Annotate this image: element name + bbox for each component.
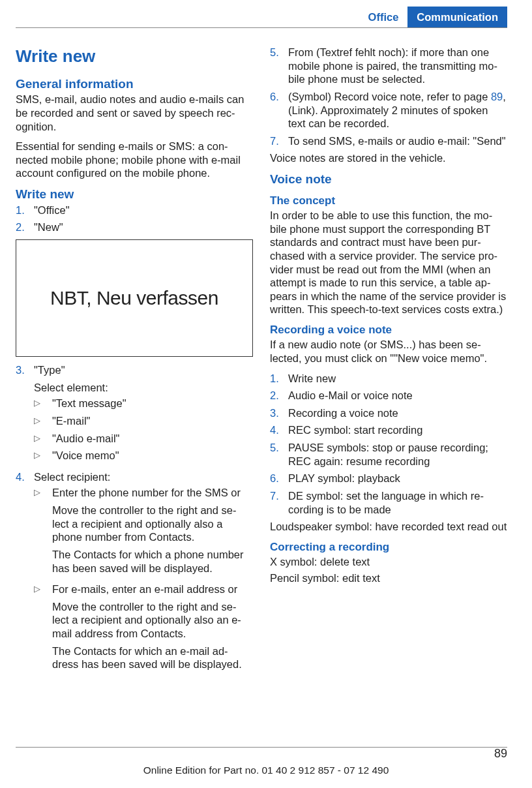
list-number: 1.: [270, 372, 288, 386]
bullet-icon: ▷: [34, 414, 52, 428]
section-write-new: Write new: [16, 187, 253, 202]
text-part: (Symbol) Record voice note, refer to pag…: [288, 91, 491, 102]
page-number: 89: [494, 746, 507, 761]
bullet-icon: ▷: [34, 449, 52, 462]
list-item: 2."New": [16, 220, 253, 234]
list-text: PLAY symbol: playback: [288, 472, 507, 485]
footer-text: Online Edition for Part no. 01 40 2 912 …: [0, 764, 532, 776]
list-number: 4.: [16, 470, 34, 679]
list-item: ▷"E-mail": [34, 414, 253, 428]
list-number: 6.: [270, 472, 288, 485]
body-text: Move the controller to the right and se‐…: [52, 504, 253, 544]
list-item: 1."Office": [16, 204, 253, 217]
body-text: Voice notes are stored in the vehicle.: [270, 151, 507, 165]
list-item: 6. (Symbol) Record voice note, refer to …: [270, 90, 507, 130]
list-number: 2.: [16, 220, 34, 234]
option-text: "Text message": [52, 397, 253, 410]
list-number: 5.: [270, 441, 288, 468]
subsection-recording: Recording a voice note: [270, 323, 507, 337]
list-text: "Office": [34, 204, 253, 217]
type-options: ▷"Text message" ▷"E-mail" ▷"Audio e-mail…: [34, 397, 253, 462]
header-tabs: Office Communication: [359, 7, 507, 28]
body-text: In order to be able to use this function…: [270, 209, 507, 316]
list-item: 4. Select recipient: ▷ Enter the phone n…: [16, 470, 253, 679]
list-text: DE symbol: set the language in which re‐…: [288, 489, 507, 516]
tab-communication: Communication: [407, 7, 507, 28]
image-caption: NBT, Neu verfassen: [50, 286, 218, 311]
bullet-icon: ▷: [34, 486, 52, 579]
body-text: Pencil symbol: edit text: [270, 571, 507, 585]
list-item: 5.PAUSE symbols: stop or pause recording…: [270, 441, 507, 468]
bullet-icon: ▷: [34, 583, 52, 675]
section-general-info: General information: [16, 76, 253, 92]
list-number: 3.: [270, 406, 288, 420]
option-block: For e-mails, enter an e-mail address or …: [52, 583, 253, 675]
list-text: REC symbol: start recording: [288, 423, 507, 437]
footer-rule: [16, 747, 507, 748]
list-item: 7.To send SMS, e-mails or audio e-mail: …: [270, 134, 507, 148]
body-text: The Contacts for which an e-mail ad‐dres…: [52, 644, 253, 671]
list-item: ▷"Text message": [34, 397, 253, 410]
list-number: 7.: [270, 134, 288, 148]
list-text: "New": [34, 220, 253, 234]
option-block: Enter the phone number for the SMS or Mo…: [52, 486, 253, 579]
step-subtext: Select element:: [34, 381, 253, 395]
list-number: 2.: [270, 389, 288, 402]
tab-office: Office: [359, 7, 408, 28]
list-text: Write new: [288, 372, 507, 386]
list-item: 3. "Type" Select element: ▷"Text message…: [16, 363, 253, 466]
list-text: From (Textref fehlt noch): if more than …: [288, 46, 507, 86]
list-item: 1.Write new: [270, 372, 507, 386]
list-item: 5.From (Textref fehlt noch): if more tha…: [270, 46, 507, 86]
body-text: SMS, e-mail, audio notes and audio e-mai…: [16, 93, 253, 133]
list-text: To send SMS, e-mails or audio e-mail: "S…: [288, 134, 507, 148]
option-text: "E-mail": [52, 414, 253, 428]
bullet-icon: ▷: [34, 432, 52, 446]
list-number: 4.: [270, 423, 288, 437]
subsection-concept: The concept: [270, 194, 507, 207]
recipient-options: ▷ Enter the phone number for the SMS or …: [34, 486, 253, 675]
list-item: ▷ Enter the phone number for the SMS or …: [34, 486, 253, 579]
list-item: 7.DE symbol: set the language in which r…: [270, 489, 507, 516]
subsection-correcting: Correcting a recording: [270, 540, 507, 554]
write-new-steps-col2: 5.From (Textref fehlt noch): if more tha…: [270, 46, 507, 147]
section-voice-note: Voice note: [270, 172, 507, 187]
screenshot-placeholder: NBT, Neu verfassen: [16, 239, 253, 357]
list-item: 4.REC symbol: start recording: [270, 423, 507, 437]
list-number: 3.: [16, 363, 34, 466]
bullet-icon: ▷: [34, 397, 52, 410]
list-text: Select recipient: ▷ Enter the phone numb…: [34, 470, 253, 679]
option-text: "Audio e-mail": [52, 432, 253, 446]
list-text: Recording a voice note: [288, 406, 507, 420]
list-text: (Symbol) Record voice note, refer to pag…: [288, 90, 507, 130]
list-number: 7.: [270, 489, 288, 516]
top-rule: [16, 27, 507, 28]
list-item: 3.Recording a voice note: [270, 406, 507, 420]
step-label: Select recipient:: [34, 470, 253, 484]
body-text: If a new audio note (or SMS...) has been…: [270, 338, 507, 365]
content-columns: Write new General information SMS, e-mai…: [16, 39, 507, 683]
list-number: 5.: [270, 46, 288, 86]
body-text: For e-mails, enter an e-mail address or: [52, 583, 253, 596]
body-text: Enter the phone number for the SMS or: [52, 486, 253, 500]
list-text: "Type" Select element: ▷"Text message" ▷…: [34, 363, 253, 466]
page-title: Write new: [16, 46, 253, 67]
list-number: 1.: [16, 204, 34, 217]
right-column: 5.From (Textref fehlt noch): if more tha…: [270, 39, 507, 683]
body-text: Loudspeaker symbol: have recorded text r…: [270, 520, 507, 534]
body-text: X symbol: delete text: [270, 555, 507, 569]
write-new-steps: 1."Office" 2."New": [16, 204, 253, 234]
list-item: 2.Audio e-Mail or voice note: [270, 389, 507, 402]
list-item: ▷"Voice memo": [34, 449, 253, 462]
left-column: Write new General information SMS, e-mai…: [16, 39, 253, 683]
body-text: Move the controller to the right and se‐…: [52, 600, 253, 641]
list-item: ▷ For e-mails, enter an e-mail address o…: [34, 583, 253, 675]
list-text: Audio e-Mail or voice note: [288, 389, 507, 402]
list-text: PAUSE symbols: stop or pause recording; …: [288, 441, 507, 468]
list-item: ▷"Audio e-mail": [34, 432, 253, 446]
write-new-steps-cont: 3. "Type" Select element: ▷"Text message…: [16, 363, 253, 679]
page-link[interactable]: 89: [491, 91, 503, 102]
option-text: "Voice memo": [52, 449, 253, 462]
step-label: "Type": [34, 363, 253, 377]
list-item: 6.PLAY symbol: playback: [270, 472, 507, 485]
